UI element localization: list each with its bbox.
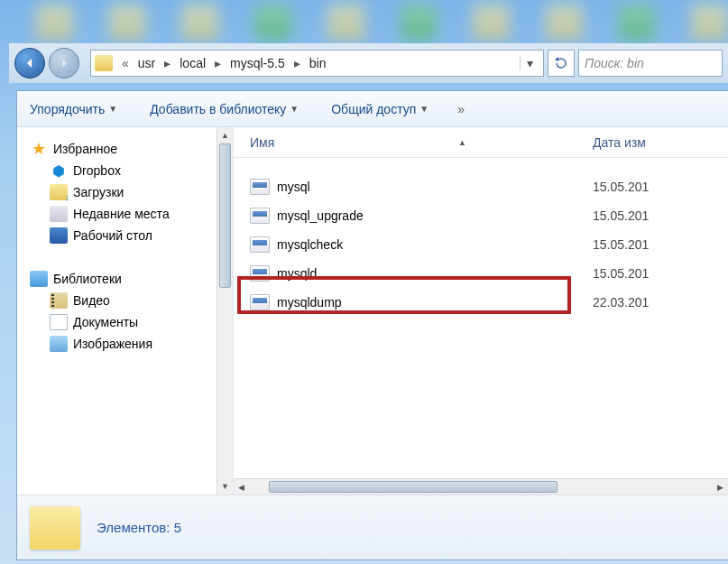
breadcrumb[interactable]: « usr ▸ local ▸ mysql-5.5 ▸ bin ▾ [90, 50, 544, 77]
scrollbar-thumb[interactable] [219, 143, 231, 288]
folder-icon [30, 506, 80, 550]
nav-scrollbar[interactable]: ▲ ▼ [217, 127, 233, 495]
refresh-button[interactable] [548, 50, 575, 77]
breadcrumb-dropdown[interactable]: ▾ [520, 56, 539, 70]
file-list-pane: Имя ▲ Дата изм mysql 15.05.201 mysql_upg… [234, 127, 728, 495]
explorer-window: Упорядочить ▼ Добавить в библиотеку ▼ Об… [16, 90, 728, 560]
exe-icon [250, 265, 270, 282]
dropbox-icon: ⬢ [50, 162, 68, 179]
favorites-section: ★ Избранное ⬢ Dropbox Загрузки Недавние … [17, 138, 233, 246]
toolbar-overflow[interactable]: » [457, 102, 465, 116]
scroll-right-icon[interactable]: ▶ [712, 479, 728, 495]
exe-icon [250, 208, 270, 224]
add-to-library-button[interactable]: Добавить в библиотеку ▼ [146, 98, 302, 120]
back-button[interactable] [14, 48, 45, 79]
toolbar: Упорядочить ▼ Добавить в библиотеку ▼ Об… [17, 91, 728, 127]
sidebar-item-label: Документы [73, 315, 138, 329]
favorites-header[interactable]: ★ Избранное [30, 138, 233, 160]
libraries-section: Библиотеки Видео Документы Изображения [17, 268, 233, 355]
document-icon [50, 314, 68, 330]
scroll-left-icon[interactable]: ◀ [234, 479, 249, 495]
column-date-label: Дата изм [593, 135, 646, 150]
sidebar-item-downloads[interactable]: Загрузки [30, 181, 233, 203]
libraries-label: Библиотеки [53, 272, 122, 286]
address-bar-row: « usr ▸ local ▸ mysql-5.5 ▸ bin ▾ Поиск:… [9, 43, 728, 83]
file-date: 15.05.201 [593, 266, 649, 281]
sidebar-item-label: Рабочий стол [73, 228, 152, 243]
chevron-down-icon: ▼ [290, 104, 299, 114]
file-name: mysqldump [277, 295, 342, 310]
file-name: mysql [277, 180, 310, 194]
add-library-label: Добавить в библиотеку [150, 102, 286, 116]
file-row[interactable]: mysql 15.05.201 [243, 172, 728, 201]
scrollbar-thumb[interactable] [269, 481, 558, 493]
sort-ascending-icon: ▲ [458, 138, 466, 147]
sidebar-item-recent[interactable]: Недавние места [30, 203, 233, 225]
organize-button[interactable]: Упорядочить ▼ [26, 98, 121, 120]
chevron-right-icon[interactable]: ▸ [159, 56, 176, 70]
breadcrumb-overflow[interactable]: « [116, 56, 134, 70]
favorites-label: Избранное [53, 142, 117, 156]
body-area: ★ Избранное ⬢ Dropbox Загрузки Недавние … [17, 127, 728, 495]
desktop-icon [50, 227, 68, 244]
libraries-icon [30, 271, 48, 287]
column-name-label: Имя [250, 135, 274, 150]
share-button[interactable]: Общий доступ ▼ [327, 98, 432, 120]
sidebar-item-dropbox[interactable]: ⬢ Dropbox [30, 160, 233, 181]
sidebar-item-video[interactable]: Видео [30, 290, 233, 311]
scroll-down-icon[interactable]: ▼ [217, 478, 233, 495]
scroll-up-icon[interactable]: ▲ [217, 127, 233, 143]
file-name: mysqlcheck [277, 237, 343, 252]
sidebar-item-label: Dropbox [73, 163, 121, 178]
sidebar-item-desktop[interactable]: Рабочий стол [30, 225, 233, 246]
file-row[interactable]: mysql_upgrade 15.05.201 [243, 201, 728, 230]
organize-label: Упорядочить [30, 102, 105, 116]
navigation-pane: ★ Избранное ⬢ Dropbox Загрузки Недавние … [17, 127, 234, 495]
file-date: 15.05.201 [593, 180, 649, 194]
sidebar-item-images[interactable]: Изображения [30, 333, 233, 355]
file-list: mysql 15.05.201 mysql_upgrade 15.05.201 … [234, 158, 728, 478]
chevron-right-icon[interactable]: ▸ [209, 56, 226, 70]
downloads-icon [50, 184, 68, 200]
file-row[interactable]: mysqlcheck 15.05.201 [243, 230, 728, 259]
column-header-name[interactable]: Имя ▲ [250, 135, 593, 150]
breadcrumb-item[interactable]: mysql-5.5 [226, 56, 289, 70]
desktop-blur-background [0, 0, 728, 43]
file-row[interactable]: mysqld 15.05.201 [243, 259, 728, 288]
chevron-down-icon: ▼ [108, 104, 117, 114]
file-date: 15.05.201 [593, 237, 649, 252]
chevron-right-icon[interactable]: ▸ [289, 56, 306, 70]
exe-icon [250, 179, 270, 195]
horizontal-scrollbar[interactable]: ◀ ▶ [234, 478, 728, 495]
folder-icon [95, 55, 113, 71]
file-date: 15.05.201 [593, 208, 649, 223]
breadcrumb-item[interactable]: local [176, 56, 209, 70]
column-header-date[interactable]: Дата изм [593, 135, 728, 150]
libraries-header[interactable]: Библиотеки [30, 268, 233, 290]
sidebar-item-label: Видео [73, 293, 110, 308]
column-headers: Имя ▲ Дата изм [234, 127, 728, 158]
file-name: mysql_upgrade [277, 208, 364, 223]
sidebar-item-label: Недавние места [73, 207, 170, 221]
share-label: Общий доступ [331, 102, 416, 116]
sidebar-item-label: Изображения [73, 337, 152, 351]
video-icon [50, 292, 68, 309]
image-icon [50, 336, 68, 352]
file-row[interactable]: mysqldump 22.03.201 [243, 288, 728, 317]
breadcrumb-item[interactable]: usr [134, 56, 159, 70]
chevron-down-icon: ▼ [419, 104, 429, 114]
forward-button[interactable] [49, 48, 79, 79]
status-bar: Элементов: 5 [17, 495, 728, 559]
item-count: Элементов: 5 [97, 520, 181, 535]
search-placeholder: Поиск: bin [585, 56, 644, 70]
recent-icon [50, 206, 68, 222]
exe-icon [250, 236, 270, 253]
exe-icon [250, 294, 270, 310]
sidebar-item-label: Загрузки [73, 185, 124, 199]
file-date: 22.03.201 [593, 295, 649, 310]
breadcrumb-item[interactable]: bin [306, 56, 330, 70]
star-icon: ★ [30, 141, 48, 157]
sidebar-item-documents[interactable]: Документы [30, 311, 233, 333]
search-input[interactable]: Поиск: bin [578, 50, 723, 77]
file-name: mysqld [277, 266, 317, 281]
